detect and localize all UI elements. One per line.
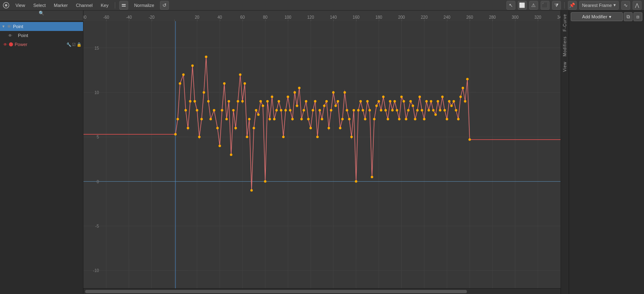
tab-modifiers[interactable]: Modifiers — [562, 35, 568, 58]
left-panel: 🔍 ⇄ ▼ 👁 Point 👁 Point 👁 Power — [0, 11, 83, 294]
normalize-icon[interactable] — [119, 1, 128, 10]
menu-view[interactable]: View — [13, 2, 28, 9]
toolbar-separator — [115, 2, 115, 9]
main-layout: 🔍 ⇄ ▼ 👁 Point 👁 Point 👁 Power — [0, 11, 644, 294]
warning-icon[interactable]: ⚠ — [529, 1, 538, 10]
add-modifier-button[interactable]: Add Modifier ▾ — [571, 12, 623, 21]
menu-select[interactable]: Select — [31, 2, 48, 9]
menu-key[interactable]: Key — [98, 2, 111, 9]
menu-channel[interactable]: Channel — [73, 2, 95, 9]
graph-canvas-wrapper[interactable] — [83, 21, 561, 288]
wrench-icon[interactable]: 🔧 — [66, 42, 71, 47]
sub-eye-icon[interactable]: 👁 — [8, 33, 12, 38]
lock-icon[interactable]: 🔒 — [77, 42, 81, 47]
channel-item-point[interactable]: ▼ 👁 Point — [0, 22, 83, 31]
box-select-icon[interactable]: ⬜ — [518, 1, 527, 10]
power-color-dot — [9, 42, 13, 46]
top-toolbar: View Select Marker Channel Key Normalize… — [0, 0, 644, 11]
svg-rect-2 — [122, 4, 126, 5]
blender-logo-icon — [2, 2, 10, 9]
svg-rect-3 — [122, 6, 126, 7]
refresh-icon[interactable]: ↺ — [160, 1, 169, 10]
add-modifier-row: Add Modifier ▾ ⧉ ⧈ — [569, 11, 644, 23]
timeline-header: 1 — [83, 11, 561, 21]
menu-marker[interactable]: Marker — [51, 2, 70, 9]
nearest-frame-label: Nearest Frame — [582, 3, 612, 8]
add-modifier-label: Add Modifier — [582, 14, 607, 19]
add-modifier-dropdown-icon: ▾ — [609, 14, 611, 20]
modifier-paste-icon[interactable]: ⧈ — [633, 12, 642, 21]
search-icon: 🔍 — [39, 11, 44, 16]
pin-icon[interactable]: 📌 — [568, 1, 577, 10]
channel-sub-label: Point — [18, 33, 28, 38]
tab-fcurve[interactable]: F-Curve — [562, 12, 568, 33]
right-tab-panel: F-Curve Modifiers View — [561, 11, 569, 294]
right-separator — [564, 2, 565, 9]
nearest-frame-select[interactable]: Nearest Frame ▾ — [579, 1, 619, 10]
dropdown-arrow-icon: ▾ — [613, 2, 616, 8]
svg-point-1 — [5, 4, 7, 7]
bottom-scrollbar[interactable] — [83, 288, 561, 294]
power-visibility-icon[interactable]: 👁 — [3, 42, 7, 47]
tab-view[interactable]: View — [562, 60, 568, 74]
fcurve-canvas[interactable] — [83, 21, 561, 288]
channel-eye-icon[interactable]: 👁 — [7, 24, 11, 29]
expand-arrow-icon: ▼ — [2, 24, 5, 29]
display-icon[interactable]: ⬛ — [541, 1, 550, 10]
search-bar: 🔍 ⇄ — [0, 11, 83, 21]
modifier-copy-icon[interactable]: ⧉ — [624, 12, 633, 21]
toolbar-right-controls: ↖ ⬜ ⚠ ⬛ ⧩ 📌 Nearest Frame ▾ ∿ ⋀ — [506, 1, 642, 10]
right-sidebar: Add Modifier ▾ ⧉ ⧈ — [569, 11, 644, 294]
power-label: Power — [15, 42, 65, 47]
menu-normalize[interactable]: Normalize — [131, 2, 157, 9]
channel-item-power[interactable]: 👁 Power 🔧 ☑ 🔒 — [0, 40, 83, 49]
select-tool-icon[interactable]: ↖ — [506, 1, 515, 10]
handle-icon[interactable]: ⋀ — [633, 1, 642, 10]
checkbox-icon[interactable]: ☑ — [72, 42, 76, 47]
scrollbar-thumb[interactable] — [85, 290, 467, 293]
channel-label: Point — [13, 24, 81, 29]
channel-list: ▼ 👁 Point 👁 Point 👁 Power 🔧 ☑ 🔒 — [0, 21, 83, 294]
graph-area: 1 — [83, 11, 561, 294]
power-icons: 🔧 ☑ 🔒 — [66, 42, 81, 47]
interpolation-icon[interactable]: ∿ — [621, 1, 630, 10]
channel-sub-point[interactable]: 👁 Point — [0, 31, 83, 40]
filter-icon[interactable]: ⧩ — [552, 1, 561, 10]
